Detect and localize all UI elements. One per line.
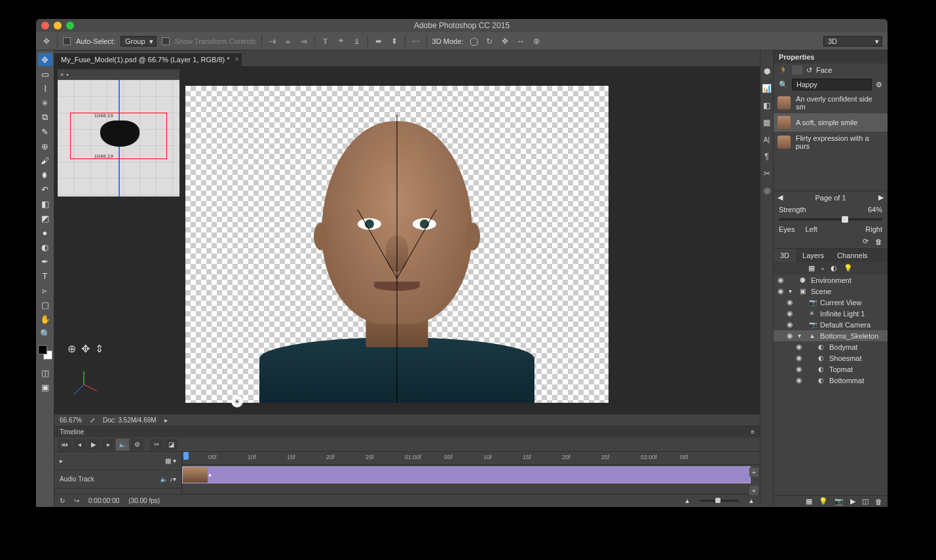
track-menu-icon[interactable]: ▾ [173,457,176,464]
workspace-dropdown[interactable]: 3D [823,36,882,47]
scene-trash-icon[interactable]: 🗑 [875,498,882,506]
next-frame-button[interactable]: ▸ [102,439,115,451]
split-clip-button[interactable]: ✂ [150,439,163,451]
timeline-track-area[interactable]: 05f10f15f20f25f01:00f05f10f15f20f25f02:0… [182,452,760,494]
expand-icon[interactable]: ▾ [789,288,796,295]
align-bottom-icon[interactable]: ⫫ [352,36,362,47]
forward-icon[interactable]: ↪ [74,497,79,504]
auto-select-dropdown[interactable]: Group [121,36,157,47]
playhead[interactable] [183,452,189,460]
hand-tool[interactable]: ✋ [38,312,52,326]
move-tool[interactable]: ✥ [38,53,52,66]
scene-new-icon[interactable]: ◫ [862,497,869,506]
expression-item[interactable]: Flirty expression with a purs [774,132,888,153]
expression-item[interactable]: An overly confident side sm [774,92,888,113]
panel-tab[interactable]: Channels [831,249,874,262]
dock-color-icon[interactable]: ◧ [762,100,772,111]
eyedropper-tool[interactable]: ✎ [38,125,52,138]
pan-icon[interactable]: ✥ [500,36,510,47]
orbit-icon[interactable]: ◯ [468,36,479,47]
prev-page-button[interactable]: ◀ [777,193,783,202]
visibility-toggle-icon[interactable]: ◉ [796,365,804,373]
zoom-level[interactable]: 66.67% [60,417,82,424]
video-track-toggle[interactable]: ▸ [60,457,63,464]
crop-tool[interactable]: ⧉ [38,111,52,124]
add-audio-track-button[interactable]: + [749,486,758,495]
healing-brush-tool[interactable]: ⊕ [38,140,52,153]
filter-all-icon[interactable]: ▦ [808,264,815,272]
gradient-tool[interactable]: ◩ [38,212,52,225]
align-right-icon[interactable]: ⫤ [299,36,309,47]
expression-item[interactable]: A soft, simple smile [774,113,888,132]
tree-row[interactable]: ◉▾▣Scene [774,286,888,297]
pan-view-icon[interactable]: ✥ [81,343,90,355]
visibility-toggle-icon[interactable]: ◉ [787,298,795,307]
document-tab[interactable]: My_Fuse_Model(1).psd @ 66.7% (Layer 1, R… [54,52,242,66]
prev-frame-button[interactable]: ◂ [73,439,86,451]
expand-icon[interactable]: ⤢ [90,417,95,424]
track-filmstrip-icon[interactable]: ▦ [165,457,171,464]
type-tool[interactable]: T [38,269,52,282]
dock-histogram-icon[interactable]: 📊 [762,83,772,94]
orbit-view-icon[interactable]: ⊕ [67,343,76,355]
window-maximize-button[interactable] [66,22,74,29]
mute-button[interactable]: 🔈 [116,439,129,451]
filter-mesh-icon[interactable]: ▫ [821,265,824,272]
eraser-tool[interactable]: ◧ [38,197,52,210]
timeline-settings-button[interactable]: ⚙ [130,439,143,451]
transition-button[interactable]: ◪ [164,439,178,451]
dock-char-icon[interactable]: A| [762,134,772,145]
blur-tool[interactable]: ● [38,226,52,239]
audio-mute-icon[interactable]: 🔈 [160,476,168,483]
scene-camera-icon[interactable]: 📷 [834,497,844,506]
dodge-tool[interactable]: ◐ [38,240,52,253]
clone-stamp-tool[interactable]: ⧯ [38,168,52,181]
tree-row[interactable]: ◉◐Bodymat [774,341,888,352]
scene-render-icon[interactable]: ▶ [850,497,855,506]
tree-row[interactable]: ◉📷Current View [774,297,888,308]
scene-grid-icon[interactable]: ▦ [806,497,812,506]
zoom-tool[interactable]: 🔍 [38,327,52,340]
delete-expression-icon[interactable]: 🗑 [875,238,882,246]
distribute-h-icon[interactable]: ⬌ [373,36,384,47]
document-canvas[interactable] [185,86,608,403]
filter-mat-icon[interactable]: ◐ [831,264,837,272]
visibility-toggle-icon[interactable]: ◉ [787,320,795,329]
visibility-toggle-icon[interactable]: ◉ [796,376,804,384]
pen-tool[interactable]: ✒ [38,255,52,268]
audio-note-icon[interactable]: ♪▾ [170,476,176,483]
close-tab-icon[interactable]: × [235,56,239,63]
loop-icon[interactable]: ↻ [60,497,65,504]
timeline-menu-icon[interactable]: ≡ [751,428,755,436]
align-top-icon[interactable]: ⫪ [320,36,331,47]
visibility-toggle-icon[interactable]: ◉ [787,331,795,340]
align-left-icon[interactable]: ⫣ [267,36,278,47]
filter-light-icon[interactable]: 💡 [844,264,853,272]
dock-cc-icon[interactable]: ◎ [762,185,772,196]
tree-row[interactable]: ◉◐Shoesmat [774,352,888,364]
reset-icon[interactable]: ↺ [806,66,812,75]
auto-select-checkbox[interactable] [63,37,71,45]
tree-row[interactable]: ◉📷Default Camera [774,319,888,330]
navigator-close-icon[interactable]: × [60,71,64,78]
panel-tab[interactable]: 3D [774,249,796,262]
tree-row[interactable]: ◉◐Bottommat [774,375,888,386]
navigator-camera-icon[interactable]: ▪ [66,71,68,78]
tree-row[interactable]: ◉◐Topmat [774,364,888,375]
reset-expression-icon[interactable]: ⟳ [863,237,869,246]
zoom-3d-icon[interactable]: ⊕ [531,36,542,47]
dock-adjustments-icon[interactable]: ✂ [762,168,772,179]
align-center-h-icon[interactable]: ⫨ [283,36,293,47]
visibility-toggle-icon[interactable]: ◉ [777,276,785,284]
visibility-toggle-icon[interactable]: ◉ [777,287,785,295]
brush-tool[interactable]: 🖌 [38,154,52,167]
go-to-first-frame-button[interactable]: ⏮ [58,439,71,451]
video-clip[interactable]: ▸ [182,466,751,483]
history-brush-tool[interactable]: ↶ [38,183,52,196]
more-icon[interactable]: ⋯ [411,36,421,47]
show-transform-checkbox[interactable] [162,37,170,45]
expand-icon[interactable]: ▾ [798,332,806,339]
dock-swatches-icon[interactable]: ▦ [762,117,772,128]
marquee-tool[interactable]: ▭ [38,67,52,81]
window-close-button[interactable] [41,22,49,29]
